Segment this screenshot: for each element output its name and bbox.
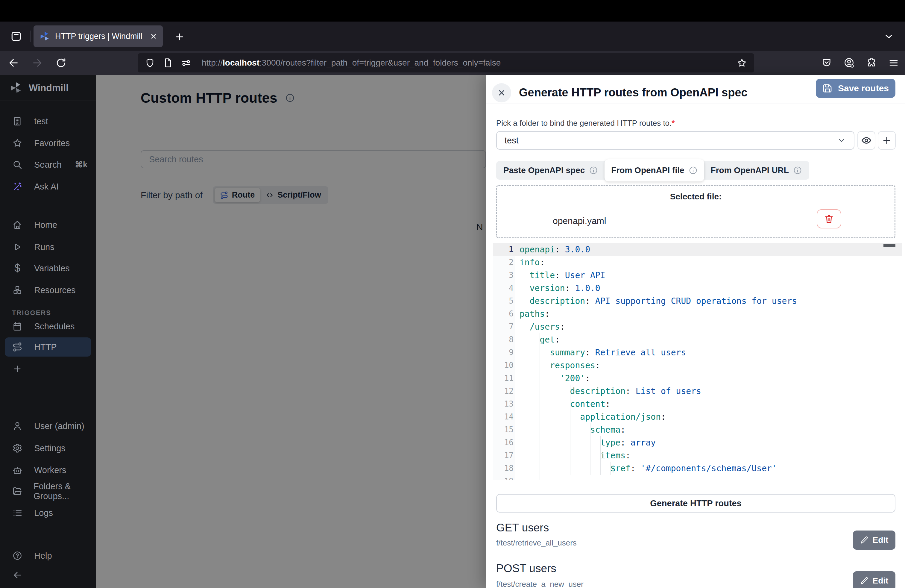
generate-http-routes-button[interactable]: Generate HTTP routes <box>496 494 895 513</box>
indent-guide <box>530 333 530 346</box>
save-icon <box>822 83 833 94</box>
openapi-code-editor[interactable]: 1openapi: 3.0.02info:3title: User API4ve… <box>493 243 902 480</box>
sidebar-item-settings[interactable]: Settings <box>0 439 96 458</box>
route-path: f/test/create_a_new_user <box>496 580 584 588</box>
code-line[interactable]: 3title: User API <box>493 269 902 282</box>
page-info-icon[interactable] <box>163 58 173 68</box>
sidebar-item-http[interactable]: HTTP <box>5 337 91 357</box>
edit-route-button[interactable]: Edit <box>853 531 895 550</box>
code-line[interactable]: 13content: <box>493 397 902 410</box>
line-number: 9 <box>493 346 514 359</box>
tab-paste-openapi-spec[interactable]: Paste OpenAPI spec <box>497 161 605 180</box>
save-routes-label: Save routes <box>838 83 889 94</box>
sidebar-item-help[interactable]: Help <box>0 546 96 565</box>
code-line[interactable]: 4version: 1.0.0 <box>493 282 902 295</box>
tab-from-openapi-url[interactable]: From OpenAPI URL <box>704 161 809 180</box>
close-drawer-button[interactable] <box>492 83 511 102</box>
list-tabs-chevron-icon[interactable] <box>882 30 896 43</box>
indent-guide <box>550 449 550 462</box>
code-line[interactable]: 2info: <box>493 256 902 269</box>
code-text: info: <box>519 256 902 269</box>
tab-close-icon[interactable] <box>150 32 157 40</box>
triggers-section-label: TRIGGERS <box>12 309 51 317</box>
code-lines: 1openapi: 3.0.02info:3title: User API4ve… <box>493 243 902 480</box>
sidebar-item-runs[interactable]: Runs <box>0 237 96 257</box>
line-number: 5 <box>493 295 514 307</box>
sidebar-item-folders[interactable]: Folders & Groups... <box>0 482 96 501</box>
code-line[interactable]: 12description: List of users <box>493 385 902 397</box>
code-line[interactable]: 17items: <box>493 449 902 462</box>
sidebar-add-trigger[interactable] <box>0 359 96 378</box>
indent-guide <box>580 410 580 423</box>
sidebar-item-search[interactable]: Search ⌘k <box>0 155 96 174</box>
folder-select[interactable]: test <box>496 131 854 150</box>
indent-guide <box>550 475 550 480</box>
code-line[interactable]: 11'200': <box>493 372 902 385</box>
shield-icon[interactable] <box>145 58 155 68</box>
play-icon <box>12 242 23 252</box>
sidebar-item-home[interactable]: Home <box>0 215 96 234</box>
edit-route-button[interactable]: Edit <box>853 571 895 588</box>
code-line[interactable]: 5description: API supporting CRUD operat… <box>493 295 902 307</box>
code-text: $ref: '#/components/schemas/User' <box>519 462 902 475</box>
add-folder-button[interactable] <box>878 131 896 150</box>
sidebar-item-ask-ai[interactable]: Ask AI <box>0 177 96 196</box>
hamburger-menu-icon[interactable] <box>888 57 899 68</box>
code-line[interactable]: 10responses: <box>493 359 902 372</box>
code-line[interactable]: 7/users: <box>493 320 902 333</box>
code-text: get: <box>519 333 902 346</box>
code-line[interactable]: 18$ref: '#/components/schemas/User' <box>493 462 902 475</box>
sidebar-item-label: Resources <box>34 285 76 295</box>
sidebar-item-label: Settings <box>34 443 65 453</box>
sidebar-item-workspace[interactable]: test <box>0 112 96 131</box>
indent-guide <box>540 436 540 449</box>
code-line[interactable]: 15schema: <box>493 423 902 436</box>
sidebar-item-workers[interactable]: Workers <box>0 461 96 480</box>
line-number: 11 <box>493 372 514 385</box>
sidebar-item-user[interactable]: User (admin) <box>0 416 96 435</box>
code-line[interactable]: 6paths: <box>493 307 902 320</box>
editor-scrollbar-marker[interactable] <box>883 244 895 247</box>
drawer-backdrop[interactable] <box>96 75 486 588</box>
windmill-brand[interactable]: Windmill <box>0 75 96 101</box>
tab-from-openapi-file[interactable]: From OpenAPI file <box>605 159 704 181</box>
indent-guide <box>590 462 591 475</box>
extensions-puzzle-icon[interactable] <box>866 57 877 68</box>
forward-button[interactable] <box>32 57 43 68</box>
save-routes-button[interactable]: Save routes <box>816 79 895 98</box>
pencil-icon <box>860 536 868 544</box>
preview-folder-button[interactable] <box>857 131 875 150</box>
indent-guide <box>550 410 550 423</box>
sidebar-item-resources[interactable]: Resources <box>0 281 96 300</box>
account-icon[interactable] <box>843 57 855 68</box>
url-text[interactable]: http://localhost:3000/routes?filter_path… <box>202 58 729 68</box>
code-line[interactable]: 1openapi: 3.0.0 <box>493 243 902 256</box>
bookmark-star-icon[interactable] <box>737 58 747 68</box>
code-line[interactable]: 16type: array <box>493 436 902 449</box>
sidebar-item-logs[interactable]: Logs <box>0 503 96 523</box>
browser-tab[interactable]: HTTP triggers | Windmill <box>33 25 163 47</box>
sidebar-item-variables[interactable]: $ Variables <box>0 259 96 278</box>
indent-guide <box>550 423 550 436</box>
indent-guide <box>570 423 570 436</box>
route-path: f/test/retrieve_all_users <box>496 538 577 548</box>
url-bar[interactable]: http://localhost:3000/routes?filter_path… <box>138 53 754 72</box>
firefox-view-button[interactable] <box>6 25 26 47</box>
code-line[interactable]: 14application/json: <box>493 410 902 423</box>
sidebar-item-schedules[interactable]: Schedules <box>0 317 96 336</box>
indent-guide <box>550 359 550 372</box>
back-button[interactable] <box>8 57 19 68</box>
indent-guide <box>600 449 601 462</box>
pocket-icon[interactable] <box>821 57 832 68</box>
remove-file-button[interactable] <box>817 209 841 229</box>
permissions-toggle-icon[interactable] <box>181 57 192 68</box>
sidebar-item-favorites[interactable]: Favorites <box>0 133 96 153</box>
code-line[interactable]: 9summary: Retrieve all users <box>493 346 902 359</box>
line-number: 13 <box>493 397 514 410</box>
reload-button[interactable] <box>56 57 67 68</box>
new-tab-button[interactable] <box>171 29 188 45</box>
code-line[interactable]: 19 <box>493 475 902 480</box>
code-line[interactable]: 8get: <box>493 333 902 346</box>
sidebar-collapse-button[interactable] <box>0 566 96 585</box>
indent-guide <box>570 385 570 397</box>
